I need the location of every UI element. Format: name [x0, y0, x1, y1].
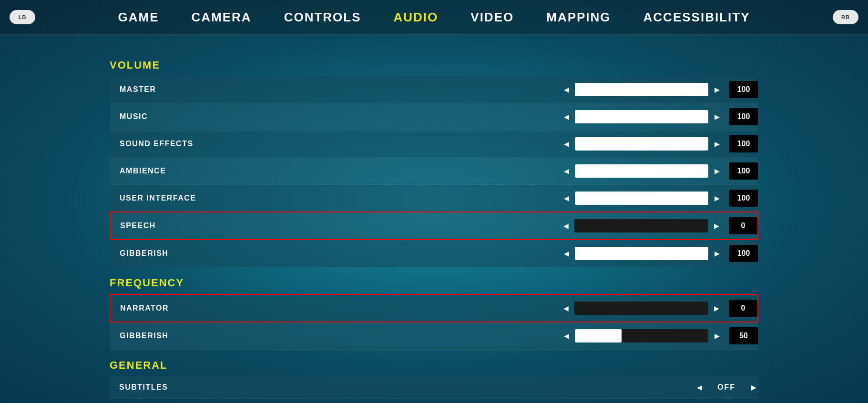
row-control: ◀ ▶ 0 — [466, 294, 758, 322]
row-label: NARRATOR — [110, 294, 466, 322]
arrow-right[interactable]: ▶ — [712, 304, 721, 312]
general-section-title: GENERAL — [110, 359, 758, 372]
row-control: ◀ ▶ 100 — [466, 240, 758, 267]
row-label: MASTER — [110, 76, 466, 103]
row-control: ◀ ▶ 0 — [466, 212, 758, 240]
row-label: SPEECH — [110, 212, 466, 240]
row-control: ◀ ▶ 100 — [466, 103, 758, 131]
table-row[interactable]: AMBIENCE ◀ ▶ 100 — [110, 158, 758, 185]
nav-item-game[interactable]: GAME — [116, 6, 161, 29]
nav-item-controls[interactable]: CONTROLS — [282, 6, 363, 29]
volume-section-title: VOLUME — [110, 59, 758, 71]
slider-track[interactable] — [575, 110, 708, 123]
arrow-left[interactable]: ◀ — [562, 167, 571, 175]
table-row[interactable]: GIBBERISH ◀ ▶ 100 — [110, 240, 758, 267]
slider-track[interactable] — [575, 83, 708, 96]
slider-fill — [575, 247, 708, 260]
nav-item-audio[interactable]: AUDIO — [392, 6, 440, 29]
slider-fill — [575, 137, 708, 151]
slider-track[interactable] — [575, 164, 708, 178]
slider-fill — [575, 164, 708, 178]
arrow-right[interactable]: ▶ — [712, 113, 722, 121]
value-display: 50 — [729, 327, 758, 344]
table-row[interactable]: SUBTITLES ◀ OFF ▶ — [110, 376, 758, 399]
nav-item-camera[interactable]: CAMERA — [190, 6, 254, 29]
arrow-left[interactable]: ◀ — [561, 304, 571, 312]
subtitles-value: OFF — [708, 383, 745, 392]
right-bumper[interactable]: RB — [833, 10, 858, 24]
arrow-right[interactable]: ▶ — [712, 167, 722, 175]
slider-fill — [575, 110, 708, 123]
nav-item-video[interactable]: VIDEO — [469, 6, 516, 29]
slider-fill — [575, 83, 708, 96]
nav-item-accessibility[interactable]: ACCESSIBILITY — [642, 6, 752, 29]
arrow-left[interactable]: ◀ — [562, 113, 571, 121]
arrow-right[interactable]: ▶ — [712, 250, 722, 257]
slider-fill — [575, 191, 708, 205]
table-row[interactable]: SPEECH ◀ ▶ 0 — [110, 212, 758, 240]
value-display: 100 — [729, 135, 758, 152]
value-display: 100 — [729, 108, 758, 125]
arrow-left[interactable]: ◀ — [562, 194, 571, 202]
row-control: ◀ ▶ 100 — [466, 76, 758, 103]
row-label: USER INTERFACE — [110, 185, 466, 212]
main-content: VOLUME MASTER ◀ ▶ 100 MU — [0, 35, 868, 403]
volume-table: MASTER ◀ ▶ 100 MUSIC ◀ — [110, 76, 758, 267]
row-label: AMBIENCE — [110, 158, 466, 185]
value-display: 0 — [729, 217, 757, 234]
slider-track[interactable] — [574, 302, 708, 315]
arrow-right[interactable]: ▶ — [712, 86, 722, 93]
row-control: ◀ ▶ 100 — [466, 131, 758, 158]
value-display: 100 — [729, 162, 758, 180]
table-row[interactable]: USER INTERFACE ◀ ▶ 100 — [110, 185, 758, 212]
slider-track[interactable] — [575, 191, 708, 205]
slider-fill — [575, 329, 622, 343]
arrow-right[interactable]: ▶ — [712, 332, 722, 340]
table-row[interactable]: NARRATOR ◀ ▶ 0 — [110, 294, 758, 322]
value-display: 0 — [729, 300, 757, 317]
row-label: MUSIC — [110, 103, 466, 131]
row-control: ◀ ▶ 50 — [466, 322, 758, 350]
slider-track[interactable] — [574, 219, 708, 232]
arrow-right[interactable]: ▶ — [712, 140, 722, 148]
table-row[interactable]: GIBBERISH ◀ ▶ 50 — [110, 322, 758, 350]
value-display: 100 — [729, 190, 758, 207]
table-row[interactable]: MUSIC ◀ ▶ 100 — [110, 103, 758, 131]
frequency-table: NARRATOR ◀ ▶ 0 GIBBERISH — [110, 294, 758, 350]
arrow-left[interactable]: ◀ — [562, 332, 571, 340]
row-label: SUBTITLES — [110, 376, 467, 399]
row-control: ◀ OFF ▶ — [467, 376, 758, 399]
arrow-left[interactable]: ◀ — [694, 383, 704, 391]
arrow-left[interactable]: ◀ — [562, 86, 571, 93]
table-row[interactable]: SOUND EFFECTS ◀ ▶ 100 — [110, 131, 758, 158]
general-table: SUBTITLES ◀ OFF ▶ — [110, 376, 758, 399]
arrow-left[interactable]: ◀ — [562, 140, 571, 148]
table-row[interactable]: MASTER ◀ ▶ 100 — [110, 76, 758, 103]
row-label: GIBBERISH — [110, 240, 466, 267]
arrow-right[interactable]: ▶ — [712, 222, 721, 230]
slider-track[interactable] — [575, 247, 708, 260]
arrow-right[interactable]: ▶ — [749, 383, 758, 391]
top-nav: LB GAME CAMERA CONTROLS AUDIO VIDEO MAPP… — [0, 0, 868, 35]
row-control: ◀ ▶ 100 — [466, 185, 758, 212]
nav-item-mapping[interactable]: MAPPING — [544, 6, 613, 29]
frequency-section-title: FREQUENCY — [110, 277, 758, 289]
slider-track[interactable] — [575, 329, 708, 343]
arrow-left[interactable]: ◀ — [561, 222, 571, 230]
value-display: 100 — [729, 81, 758, 98]
arrow-left[interactable]: ◀ — [562, 250, 571, 257]
arrow-right[interactable]: ▶ — [712, 194, 722, 202]
left-bumper[interactable]: LB — [10, 10, 35, 24]
row-control: ◀ ▶ 100 — [466, 158, 758, 185]
row-label: GIBBERISH — [110, 322, 466, 350]
row-label: SOUND EFFECTS — [110, 131, 466, 158]
value-display: 100 — [729, 245, 758, 262]
slider-track[interactable] — [575, 137, 708, 151]
